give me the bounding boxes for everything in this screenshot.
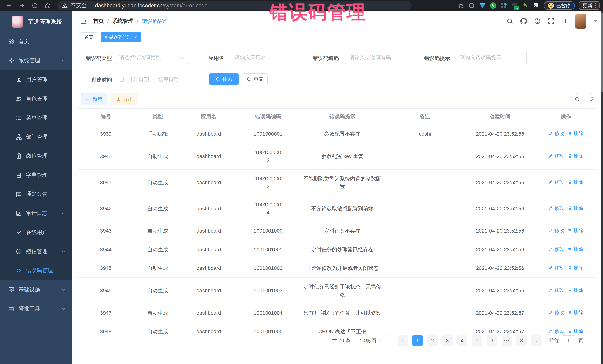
tag-close-icon[interactable]: × (134, 35, 137, 39)
breadcrumb-item[interactable]: 系统管理 (112, 17, 134, 25)
extension-green-v-icon[interactable]: V (490, 2, 497, 9)
browser-update-button[interactable]: 更新 (579, 1, 600, 10)
cell-remark (384, 259, 466, 278)
page-scrollbar[interactable] (601, 11, 603, 364)
edit-button[interactable]: 修改 (548, 205, 564, 212)
delete-button[interactable]: 删除 (568, 130, 583, 137)
edit-button[interactable]: 修改 (548, 178, 564, 186)
pager-page-6[interactable]: 6 (487, 335, 497, 346)
user-avatar[interactable] (575, 14, 586, 29)
sidebar-item-dict-mgmt[interactable]: 字典管理 (0, 165, 72, 185)
prev-page-button[interactable] (398, 335, 408, 346)
sidebar-item-dept-mgmt[interactable]: 部门管理 (0, 127, 72, 146)
cell-type: 自动生成 (134, 143, 182, 169)
edit-button[interactable]: 修改 (548, 130, 564, 137)
extension-orange-ring-icon[interactable] (468, 2, 475, 9)
edit-button[interactable]: 修改 (548, 264, 564, 272)
delete-button[interactable]: 删除 (568, 309, 583, 316)
delete-button[interactable]: 删除 (568, 178, 583, 186)
pager-page-1[interactable]: 1 (412, 335, 423, 346)
edit-button[interactable]: 修改 (548, 309, 564, 316)
avatar-caret-down-icon[interactable] (593, 20, 597, 22)
search-button[interactable]: 搜索 (209, 73, 239, 85)
toggle-search-circle-button[interactable] (571, 93, 583, 105)
browser-home-icon[interactable] (45, 2, 51, 9)
header-search-icon[interactable] (507, 18, 513, 24)
bookmark-star-icon[interactable] (458, 2, 464, 9)
edit-button[interactable]: 修改 (548, 227, 564, 234)
pager-page-2[interactable]: 2 (427, 335, 438, 346)
hamburger-icon[interactable] (80, 17, 87, 25)
breadcrumb-item[interactable]: 首页 (93, 17, 104, 25)
reset-button[interactable]: 重置 (242, 73, 267, 85)
sidebar-item-user-mgmt[interactable]: 用户管理 (0, 70, 72, 89)
paused-profile-badge[interactable]: 已暂停 (544, 1, 575, 10)
sidebar-item-post-mgmt[interactable]: 岗位管理 (0, 146, 72, 165)
sidebar-item-menu-mgmt[interactable]: 菜单管理 (0, 108, 72, 127)
pager-page-4[interactable]: 4 (457, 335, 467, 346)
delete-button[interactable]: 删除 (568, 227, 583, 234)
sidebar-item-sms-mgmt[interactable]: 短信管理 (0, 242, 72, 261)
delete-button[interactable]: 删除 (568, 287, 583, 294)
help-icon[interactable] (534, 18, 541, 24)
edit-button[interactable]: 修改 (548, 328, 564, 335)
extension-blue-gem-icon[interactable] (479, 2, 486, 9)
sidebar-item-label: 审计日志 (26, 210, 47, 217)
app-name-input[interactable]: 请输入应用名 (230, 52, 302, 64)
error-type-select[interactable]: 请选择错误码类型 (115, 52, 189, 64)
edit-button[interactable]: 修改 (548, 287, 564, 294)
fullscreen-icon[interactable] (548, 18, 554, 24)
delete-button[interactable]: 删除 (568, 264, 583, 272)
security-label[interactable]: 不安全 (70, 2, 87, 9)
pager-page-5[interactable]: 5 (472, 335, 482, 346)
date-range-picker[interactable]: 开始日期 - 结束日期 (115, 73, 206, 86)
cell-app: dashboard (182, 143, 236, 169)
delete-button[interactable]: 删除 (568, 246, 583, 253)
delete-button[interactable]: 删除 (568, 205, 583, 212)
tag-active[interactable]: 错误码管理× (101, 33, 141, 42)
pager-page-3[interactable]: 3 (442, 335, 452, 346)
extension-list-on-icon[interactable]: on (511, 2, 518, 9)
error-code-input[interactable]: 请输入错误码编码 (345, 52, 414, 64)
error-msg-input[interactable]: 请输入错误码提示 (455, 52, 527, 64)
github-icon[interactable] (520, 18, 527, 24)
sidebar-item-system[interactable]: 系统管理 (0, 51, 72, 70)
scrollbar-thumb[interactable] (601, 13, 603, 92)
browser-back-icon[interactable] (6, 2, 12, 9)
pager-page-8[interactable]: 8 (516, 335, 527, 346)
page-size-select[interactable]: 10条/页 (355, 335, 388, 346)
edit-button[interactable]: 修改 (548, 246, 564, 253)
extension-grid-icon[interactable] (500, 2, 507, 9)
browser-forward-icon[interactable] (19, 2, 25, 9)
delete-button-label: 删除 (574, 328, 583, 335)
browser-reload-icon[interactable] (32, 2, 38, 9)
delete-button[interactable]: 删除 (568, 328, 583, 335)
font-size-icon[interactable] (561, 18, 568, 24)
sidebar-item-error-code-mgmt[interactable]: 错误码管理 (0, 261, 72, 280)
cell-app: dashboard (182, 240, 236, 259)
goto-page-input[interactable]: 1 (562, 335, 575, 346)
tag-item[interactable]: 首页 (81, 33, 97, 42)
next-page-button[interactable] (531, 335, 542, 346)
sidebar-item-notice[interactable]: 通知公告 (0, 185, 72, 204)
sidebar-item-dev-tools[interactable]: 研发工具 (0, 299, 72, 318)
sidebar-item-role-mgmt[interactable]: 角色管理 (0, 89, 72, 108)
sidebar-item-audit-log[interactable]: 审计日志 (0, 204, 72, 223)
refresh-table-circle-button[interactable] (586, 93, 597, 105)
export-button[interactable]: 导出 (111, 93, 138, 105)
sidebar-item-infrastructure[interactable]: 基础设施 (0, 280, 72, 299)
edit-button[interactable]: 修改 (548, 152, 564, 160)
app-logo-row[interactable]: 芋道管理系统 (0, 11, 72, 32)
sidebar-item-online-users[interactable]: 在线用户 (0, 223, 72, 242)
delete-button[interactable]: 删除 (568, 152, 583, 160)
browser-menu-dots-icon[interactable] (595, 3, 596, 8)
add-button[interactable]: 新增 (81, 93, 107, 105)
sidebar-item-home[interactable]: 首页 (0, 32, 72, 51)
extension-key-icon[interactable] (522, 2, 529, 9)
chevron-up-icon (61, 58, 66, 63)
extensions-puzzle-icon[interactable] (533, 2, 540, 9)
table-row: 3941自动生成dashboard100100000 3不能删除类型为系统内置的… (78, 169, 597, 196)
pager-more-icon[interactable] (501, 335, 512, 346)
goto-label: 前往 (549, 337, 559, 344)
chevron-down-icon (61, 306, 66, 311)
